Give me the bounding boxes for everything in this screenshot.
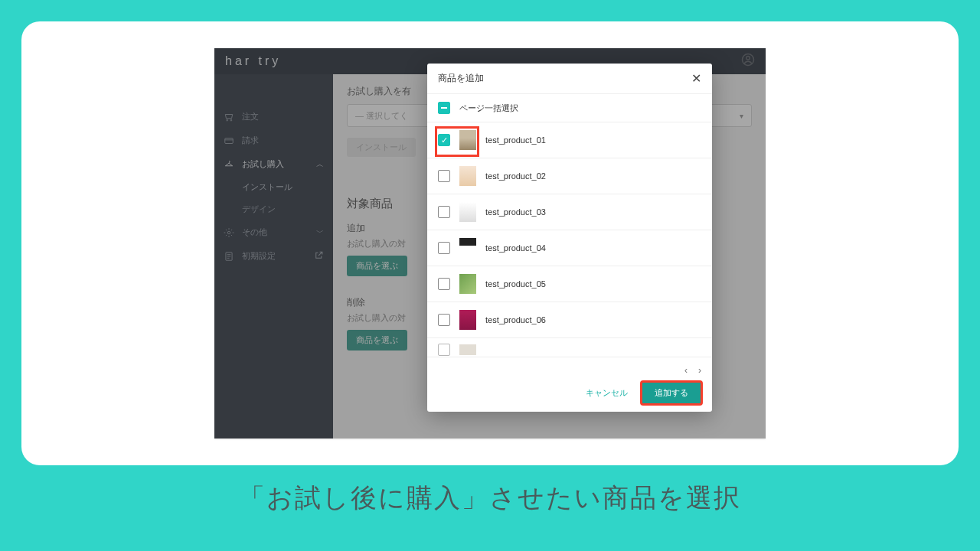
- outer-card: har try 注文 請求 お試し購入 ︿ インストール デザイン: [21, 21, 959, 465]
- checkbox[interactable]: [438, 206, 450, 218]
- checkbox[interactable]: [438, 242, 450, 254]
- product-row-partial[interactable]: [427, 338, 712, 357]
- product-row[interactable]: test_product_04: [427, 230, 712, 266]
- checkbox[interactable]: [438, 344, 450, 356]
- product-name: test_product_06: [485, 315, 546, 324]
- confirm-add-button[interactable]: 追加する: [642, 382, 701, 404]
- product-row[interactable]: ✓ test_product_01: [427, 122, 712, 158]
- product-thumb: [459, 274, 476, 294]
- product-name: test_product_01: [485, 135, 546, 145]
- checkbox[interactable]: [438, 170, 450, 182]
- pager: ‹ ›: [438, 365, 701, 376]
- modal-actions: キャンセル 追加する: [438, 382, 701, 404]
- product-thumb: [459, 238, 476, 258]
- product-row[interactable]: test_product_06: [427, 302, 712, 338]
- select-all-row[interactable]: ページ一括選択: [427, 94, 712, 122]
- product-name: test_product_02: [485, 171, 546, 181]
- product-name: test_product_03: [485, 207, 546, 217]
- product-thumb: [459, 130, 476, 150]
- close-icon[interactable]: ✕: [691, 71, 701, 86]
- product-row[interactable]: test_product_02: [427, 158, 712, 194]
- select-all-label: ページ一括選択: [459, 103, 518, 114]
- checkbox-indeterminate[interactable]: [438, 102, 450, 114]
- modal-header: 商品を追加 ✕: [427, 64, 712, 94]
- app-screenshot: har try 注文 請求 お試し購入 ︿ インストール デザイン: [214, 48, 766, 439]
- pager-next[interactable]: ›: [698, 365, 701, 376]
- modal-footer: ‹ › キャンセル 追加する: [427, 357, 712, 412]
- product-thumb: [459, 166, 476, 186]
- add-product-modal: 商品を追加 ✕ ページ一括選択 ✓ test_product_01 test_p…: [427, 64, 712, 412]
- product-name: test_product_05: [485, 279, 546, 289]
- product-row[interactable]: test_product_03: [427, 194, 712, 230]
- modal-title: 商品を追加: [438, 72, 484, 85]
- checkbox[interactable]: [438, 278, 450, 290]
- product-name: test_product_04: [485, 243, 546, 253]
- modal-body: ページ一括選択 ✓ test_product_01 test_product_0…: [427, 94, 712, 357]
- pager-prev[interactable]: ‹: [684, 365, 688, 376]
- slide-caption: 「お試し後に購入」させたい商品を選択: [239, 481, 741, 516]
- checkbox[interactable]: [438, 314, 450, 326]
- checkbox-checked[interactable]: ✓: [438, 134, 450, 146]
- cancel-button[interactable]: キャンセル: [580, 383, 634, 403]
- product-thumb: [459, 344, 476, 355]
- product-thumb: [459, 202, 476, 222]
- product-thumb: [459, 310, 476, 330]
- product-row[interactable]: test_product_05: [427, 266, 712, 302]
